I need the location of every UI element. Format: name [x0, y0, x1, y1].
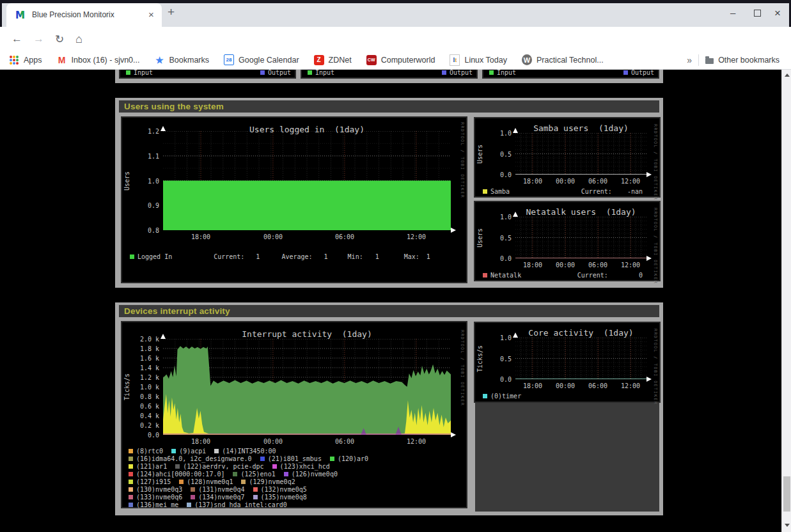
traffic-output-legend: Output — [442, 70, 473, 76]
bookmark-apps-icon — [9, 55, 19, 65]
y-tick-label: 0.5 — [483, 151, 512, 158]
bookmark-inbox-icon: M — [57, 55, 67, 65]
x-tick-label: 18:00 — [188, 438, 214, 445]
y-axis-arrow — [513, 128, 518, 133]
y-tick-label: 2.0 k — [131, 336, 159, 343]
y-axis-arrow — [513, 332, 518, 338]
bookmark-computerworld-glyph[interactable]: CW — [366, 55, 377, 65]
bookmarks-overflow-chevron[interactable]: » — [687, 55, 692, 65]
bookmark-linux-today-icon: lt — [450, 55, 460, 65]
window-close-button[interactable]: × — [774, 7, 781, 20]
bookmark-bookmarks-glyph[interactable]: ★ — [155, 55, 164, 65]
scrollbar-thumb[interactable] — [783, 476, 790, 512]
y-tick-label: 0.0 — [483, 376, 512, 383]
samba-users-graph[interactable]: Samba users (1day)UsersRRDTOOL / TOBI OE… — [474, 117, 661, 198]
bookmark-zdnet[interactable]: ZZDNet — [314, 53, 352, 66]
x-tick-label: 12:00 — [403, 438, 429, 445]
y-tick-label: 0.8 k — [131, 393, 159, 400]
bookmark-practical-technology-glyph[interactable]: W — [522, 54, 532, 65]
bookmark-zdnet-icon: Z — [314, 55, 324, 65]
browser-tab[interactable]: MM Blue Precision Monitorix × — [6, 3, 162, 27]
interrupts-section-header: Devices interrupt activity — [119, 305, 659, 317]
x-tick-label: 00:00 — [260, 233, 286, 240]
x-tick-label: 12:00 — [618, 382, 643, 389]
interrupts-legend-row: (130)nvme0q3(131)nvme0q4(132)nvme0q5 — [129, 486, 307, 493]
x-tick-label: 00:00 — [552, 262, 578, 269]
y-tick-label: 0.6 k — [131, 403, 159, 410]
netatalk-legend: Netatalk — [483, 272, 521, 279]
bookmark-bookmarks[interactable]: ★Bookmarks — [155, 53, 210, 66]
window-minimize-button[interactable]: – — [730, 7, 735, 18]
new-tab-button[interactable]: + — [168, 5, 175, 19]
rrdtool-watermark: RRDTOOL / TOBI OETIKER — [653, 124, 658, 200]
bookmark-apps-glyph[interactable] — [10, 56, 19, 65]
y-tick-label: 0.8 — [131, 227, 159, 234]
bookmark-apps[interactable]: Apps — [9, 53, 42, 66]
y-axis-arrow — [513, 212, 518, 217]
core-y-axis-label: Ticks/s — [476, 338, 483, 379]
screen: MM Blue Precision Monitorix × + – × ← → … — [0, 0, 791, 532]
bookmark-linux-today-glyph[interactable]: lt — [450, 54, 460, 66]
bookmarks-right: » Other bookmarks — [687, 53, 779, 66]
bookmark-computerworld[interactable]: CWComputerworld — [366, 53, 435, 66]
traffic-output-legend: Output — [260, 70, 291, 76]
x-tick-label: 06:00 — [585, 178, 611, 185]
rrdtool-watermark: RRDTOOL / TOBI OETIKER — [460, 122, 465, 198]
traffic-graph-panel[interactable]: Input Output — [482, 70, 659, 79]
x-tick-label: 18:00 — [520, 178, 545, 185]
users-logged-in-graph[interactable]: Users logged in (1day)UsersRRDTOOL / TOB… — [121, 116, 467, 283]
traffic-graph-panel[interactable]: Input Output — [119, 70, 296, 79]
page-scrollbar[interactable] — [781, 70, 791, 532]
other-bookmarks-button[interactable]: Other bookmarks — [705, 53, 779, 66]
y-tick-label: 1.0 — [131, 178, 159, 185]
bookmark-bookmarks-icon: ★ — [155, 55, 165, 65]
bookmark-inbox-glyph[interactable]: M — [58, 55, 66, 65]
x-axis-arrow — [451, 228, 456, 233]
netatalk-y-axis-label: Users — [476, 217, 483, 258]
samba-legend: Samba — [483, 188, 510, 195]
users-title: Users logged in (1day) — [163, 125, 451, 134]
bookmark-practical-technology-icon: W — [522, 55, 532, 65]
bookmark-google-calendar[interactable]: 28Google Calendar — [224, 53, 299, 66]
x-axis-arrow — [646, 172, 652, 177]
bookmark-google-calendar-icon: 28 — [224, 55, 234, 65]
interrupts-plot-area — [163, 339, 451, 435]
tab-title: Blue Precision Monitorix — [32, 10, 139, 19]
y-tick-label: 0.0 — [483, 171, 512, 178]
y-axis-arrow — [161, 334, 166, 339]
window-maximize-button[interactable] — [754, 10, 761, 17]
netatalk-legend-current: Current: 0 — [577, 272, 643, 279]
rrdtool-watermark: RRDTOOL / TOBI OETIKER — [653, 329, 658, 405]
y-tick-label: 0.9 — [131, 202, 159, 209]
home-icon[interactable]: ⌂ — [75, 33, 82, 46]
bookmark-linux-today[interactable]: ltLinux Today — [450, 53, 507, 66]
bookmarks-bar: AppsMInbox (16) - sjvn0...★Bookmarks28Go… — [0, 51, 791, 70]
bookmarks-divider — [698, 54, 699, 66]
y-tick-label: 1.2 — [131, 128, 159, 135]
core-plot-area — [515, 338, 646, 379]
x-tick-label: 12:00 — [403, 233, 429, 240]
core-title: Core activity (1day) — [515, 328, 646, 338]
interrupt-activity-graph[interactable]: Interrupt activity (1day)Ticks/sRRDTOOL … — [121, 321, 467, 508]
y-tick-label: 1.0 — [483, 214, 512, 221]
core-activity-graph[interactable]: Core activity (1day)Ticks/sRRDTOOL / TOB… — [474, 322, 661, 403]
tab-close-icon[interactable]: × — [148, 9, 154, 20]
x-tick-label: 00:00 — [552, 178, 578, 185]
reload-icon[interactable]: ↻ — [55, 33, 64, 46]
bookmark-practical-technology[interactable]: WPractical Technol... — [522, 53, 604, 66]
y-tick-label: 0.0 — [483, 255, 512, 262]
forward-icon[interactable]: → — [33, 33, 44, 45]
y-tick-label: 1.4 k — [131, 364, 159, 372]
x-tick-label: 00:00 — [260, 438, 286, 445]
traffic-graph-panel[interactable]: Input Output — [301, 70, 478, 79]
scrollbar-down-arrow[interactable] — [785, 524, 790, 527]
bookmark-google-calendar-glyph[interactable]: 28 — [224, 54, 234, 65]
bookmark-inbox[interactable]: MInbox (16) - sjvn0... — [57, 53, 140, 66]
bookmark-zdnet-glyph[interactable]: Z — [314, 55, 324, 65]
x-tick-label: 18:00 — [520, 382, 545, 389]
y-tick-label: 1.6 k — [131, 355, 159, 362]
netatalk-users-graph[interactable]: Netatalk users (1day)UsersRRDTOOL / TOBI… — [474, 201, 661, 281]
back-icon[interactable]: ← — [12, 33, 22, 45]
x-tick-label: 18:00 — [520, 262, 545, 269]
scrollbar-up-arrow[interactable] — [785, 74, 790, 77]
